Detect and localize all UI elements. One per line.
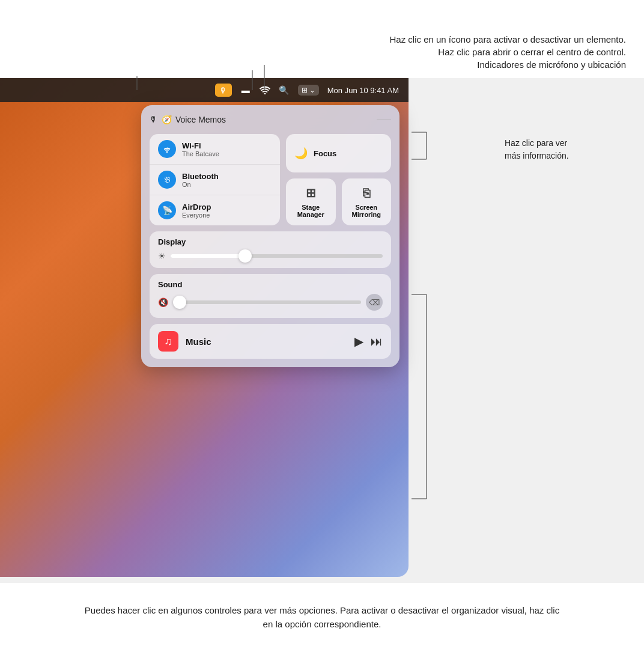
control-center-button[interactable]: ⊞ ⌄ [298, 85, 319, 96]
wifi-subtitle: The Batcave [182, 150, 219, 157]
skip-forward-button[interactable]: ⏭ [371, 335, 383, 349]
search-menubar-icon[interactable]: 🔍 [279, 85, 290, 96]
wifi-text: Wi-Fi The Batcave [182, 141, 219, 157]
sound-section: Sound 🔇 ⌫ [150, 274, 391, 318]
wifi-title: Wi-Fi [182, 141, 219, 150]
display-label: Display [158, 237, 383, 246]
annotation-line-1: Haz clic en un ícono para activar o desa… [0, 34, 644, 44]
bluetooth-subtitle: On [182, 181, 219, 188]
annotation-bottom: Puedes hacer clic en algunos controles p… [0, 583, 644, 652]
airplay-button[interactable]: ⌫ [366, 294, 383, 311]
screen-mirroring-button[interactable]: ⎘ Screen Mirroring [342, 178, 392, 225]
top-grid: Wi-Fi The Batcave 𝔅 Bluetooth On 📡 A [150, 134, 391, 225]
annotation-line-3: Indicadores de micrófono y ubicación [0, 59, 644, 70]
bluetooth-title: Bluetooth [182, 172, 219, 181]
voice-memos-mic-icon: 🎙 [150, 115, 158, 124]
control-center-panel: 🎙 🧭 Voice Memos —— Wi-Fi The Batcave [141, 105, 399, 367]
voice-memos-location-icon: 🧭 [162, 115, 172, 124]
wifi-icon [158, 140, 176, 158]
focus-icon: 🌙 [294, 147, 308, 160]
annotation-line-2: Haz clic para abrir o cerrar el centro d… [0, 47, 644, 57]
display-slider-row: ☀ [158, 251, 383, 261]
bottom-right-buttons: ⊞ Stage Manager ⎘ Screen Mirroring [286, 178, 391, 225]
display-slider-fill [171, 254, 245, 258]
bluetooth-icon: 𝔅 [158, 171, 176, 189]
menubar-datetime: Mon Jun 10 9:41 AM [327, 86, 399, 95]
screen-mirroring-label: Screen Mirroring [352, 204, 381, 218]
control-center-icon: ⊞ [302, 86, 308, 94]
airdrop-subtitle: Everyone [182, 212, 211, 219]
volume-icon: 🔇 [158, 297, 168, 307]
annotation-top: Haz clic en un ícono para activar o desa… [0, 0, 644, 78]
bluetooth-item[interactable]: 𝔅 Bluetooth On [150, 165, 280, 195]
airdrop-title: AirDrop [182, 203, 211, 212]
music-controls: ▶ ⏭ [354, 334, 383, 349]
control-center-arrow: ⌄ [309, 86, 315, 94]
music-panel: ♫ Music ▶ ⏭ [150, 324, 391, 359]
battery-icon: ▬ [240, 85, 251, 96]
music-app-icon: ♫ [158, 331, 178, 352]
voice-memos-label: Voice Memos [175, 115, 226, 124]
airdrop-item[interactable]: 📡 AirDrop Everyone [150, 195, 280, 225]
airdrop-icon: 📡 [158, 201, 176, 219]
microphone-icon[interactable]: 🎙 [215, 84, 232, 97]
sound-label: Sound [158, 280, 383, 289]
stage-manager-label: Stage Manager [297, 204, 324, 218]
right-annotation-text-1: Haz clic para ver más información. [505, 137, 631, 162]
wifi-item[interactable]: Wi-Fi The Batcave [150, 134, 280, 165]
voice-memos-header: 🎙 🧭 Voice Memos —— [150, 114, 391, 128]
right-annotation-voice-memos: Haz clic para ver más información. [505, 137, 631, 162]
right-controls: 🌙 Focus ⊞ Stage Manager ⎘ Screen Mirrori… [286, 134, 391, 225]
focus-button[interactable]: 🌙 Focus [286, 134, 391, 172]
bluetooth-text: Bluetooth On [182, 172, 219, 188]
brightness-icon: ☀ [158, 251, 166, 261]
menubar: 🎙 ▬ 🔍 ⊞ ⌄ Mon Jun 10 9:41 AM [0, 78, 409, 102]
stage-manager-button[interactable]: ⊞ Stage Manager [286, 178, 336, 225]
sound-slider-row: 🔇 ⌫ [158, 294, 383, 311]
stage-manager-icon: ⊞ [306, 186, 316, 200]
display-section: Display ☀ [150, 231, 391, 268]
display-slider[interactable] [171, 254, 383, 258]
connectivity-panel: Wi-Fi The Batcave 𝔅 Bluetooth On 📡 A [150, 134, 280, 225]
display-slider-thumb[interactable] [238, 249, 252, 263]
airplay-icon: ⌫ [369, 298, 380, 307]
sound-slider[interactable] [173, 300, 361, 304]
screen-mirroring-icon: ⎘ [363, 186, 370, 200]
focus-label: Focus [314, 149, 336, 158]
sound-slider-thumb[interactable] [173, 296, 186, 309]
bottom-annotation-text: Puedes hacer clic en algunos controles p… [84, 604, 560, 631]
wifi-menubar-icon[interactable] [260, 85, 270, 96]
play-button[interactable]: ▶ [354, 334, 363, 349]
airdrop-text: AirDrop Everyone [182, 203, 211, 219]
music-label: Music [186, 337, 347, 347]
